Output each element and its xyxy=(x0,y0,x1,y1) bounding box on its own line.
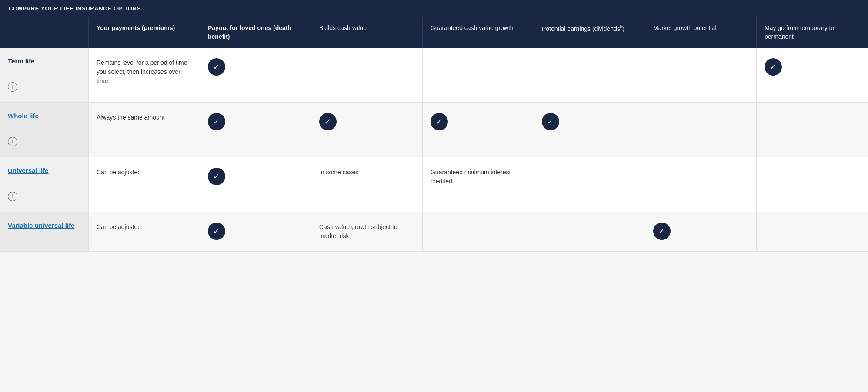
superscript-5: 5 xyxy=(620,24,623,29)
guaranteed-cash-universal_life: Guaranteed minimum interest credited xyxy=(422,157,534,212)
table-row: Variable universal lifeCan be adjusted✓C… xyxy=(0,212,868,252)
death-benefit-whole_life: ✓ xyxy=(200,103,311,157)
row-type-label[interactable]: Universal life xyxy=(8,166,80,176)
check-icon: ✓ xyxy=(319,113,337,130)
col-header-dividends: Potential earnings (dividends5) xyxy=(534,17,645,48)
table-row: Whole lifeiAlways the same amount✓✓✓✓ xyxy=(0,103,868,157)
compare-table-container: COMPARE YOUR LIFE INSURANCE OPTIONS Your… xyxy=(0,0,868,252)
temporary-permanent-universal_life xyxy=(756,157,868,212)
check-icon: ✓ xyxy=(208,113,225,130)
row-type-label: Term life xyxy=(8,56,80,66)
temporary-permanent-variable_universal_life xyxy=(756,212,868,252)
col-header-market-growth: Market growth potential xyxy=(645,17,756,48)
death-benefit-universal_life: ✓ xyxy=(200,157,311,212)
col-header-guaranteed-cash: Guaranteed cash value growth xyxy=(422,17,534,48)
check-icon: ✓ xyxy=(765,58,782,76)
page-title: COMPARE YOUR LIFE INSURANCE OPTIONS xyxy=(0,0,868,17)
market-growth-whole_life xyxy=(645,103,756,157)
info-icon[interactable]: i xyxy=(8,137,17,146)
row-label-term_life: Term lifei xyxy=(0,48,88,103)
col-header-type xyxy=(0,17,88,48)
row-type-label[interactable]: Whole life xyxy=(8,111,80,121)
check-icon: ✓ xyxy=(208,223,225,240)
col-header-temporary-permanent: May go from temporary to permanent xyxy=(756,17,868,48)
comparison-table: Your payments (premiums) Payout for love… xyxy=(0,17,868,252)
premiums-variable_universal_life: Can be adjusted xyxy=(88,212,200,252)
market-growth-universal_life xyxy=(645,157,756,212)
death-benefit-term_life: ✓ xyxy=(200,48,311,103)
dividends-term_life xyxy=(534,48,645,103)
premiums-universal_life: Can be adjusted xyxy=(88,157,200,212)
cash-value-term_life xyxy=(311,48,422,103)
table-header-row: Your payments (premiums) Payout for love… xyxy=(0,17,868,48)
cash-value-variable_universal_life: Cash value growth subject to market risk xyxy=(311,212,422,252)
check-icon: ✓ xyxy=(208,58,225,76)
dividends-universal_life xyxy=(534,157,645,212)
info-icon[interactable]: i xyxy=(8,192,17,201)
col-header-cash-value: Builds cash value xyxy=(311,17,422,48)
check-icon: ✓ xyxy=(431,113,448,130)
table-row: Term lifeiRemains level for a period of … xyxy=(0,48,868,103)
cash-value-universal_life: In some cases xyxy=(311,157,422,212)
table-row: Universal lifeiCan be adjusted✓In some c… xyxy=(0,157,868,212)
death-benefit-variable_universal_life: ✓ xyxy=(200,212,311,252)
cash-value-whole_life: ✓ xyxy=(311,103,422,157)
premiums-whole_life: Always the same amount xyxy=(88,103,200,157)
guaranteed-cash-term_life xyxy=(422,48,534,103)
dividends-whole_life: ✓ xyxy=(534,103,645,157)
row-label-variable_universal_life: Variable universal life xyxy=(0,212,88,252)
row-label-universal_life: Universal lifei xyxy=(0,157,88,212)
check-icon: ✓ xyxy=(542,113,559,130)
guaranteed-cash-whole_life: ✓ xyxy=(422,103,534,157)
info-icon[interactable]: i xyxy=(8,82,17,92)
check-icon: ✓ xyxy=(208,168,225,185)
market-growth-variable_universal_life: ✓ xyxy=(645,212,756,252)
guaranteed-cash-variable_universal_life xyxy=(422,212,534,252)
col-header-death-benefit: Payout for loved ones (death benefit) xyxy=(200,17,311,48)
market-growth-term_life xyxy=(645,48,756,103)
row-type-label[interactable]: Variable universal life xyxy=(8,221,80,231)
col-header-premiums: Your payments (premiums) xyxy=(88,17,200,48)
check-icon: ✓ xyxy=(653,223,671,240)
temporary-permanent-term_life: ✓ xyxy=(756,48,868,103)
temporary-permanent-whole_life xyxy=(756,103,868,157)
dividends-variable_universal_life xyxy=(534,212,645,252)
premiums-term_life: Remains level for a period of time you s… xyxy=(88,48,200,103)
row-label-whole_life: Whole lifei xyxy=(0,103,88,157)
